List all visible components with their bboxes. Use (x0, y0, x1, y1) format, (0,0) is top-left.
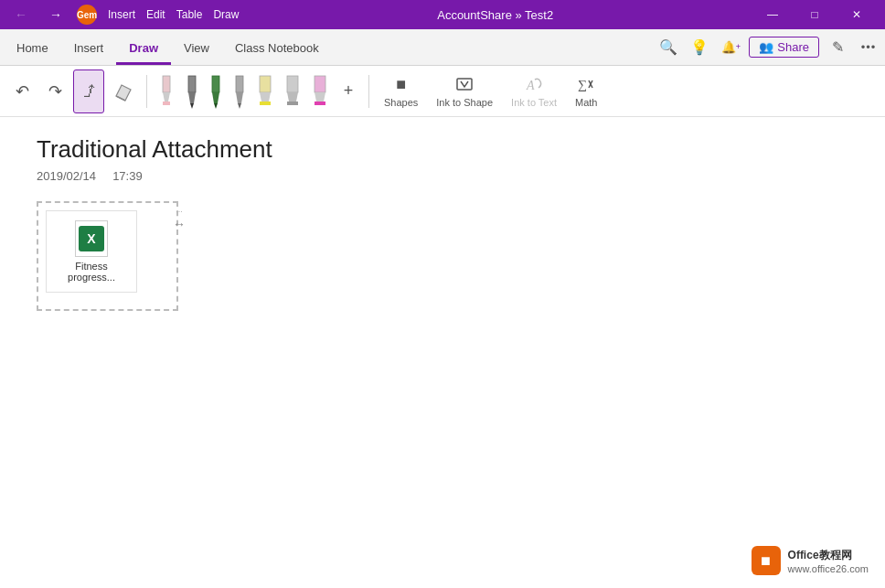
svg-rect-16 (260, 102, 271, 105)
pen-icon-7 (310, 74, 330, 109)
time-value: 17:39 (112, 169, 143, 183)
ink-to-text-tool[interactable]: A Ink to Text (504, 69, 564, 113)
pen-tool-2[interactable] (182, 72, 202, 111)
svg-rect-2 (163, 76, 170, 92)
tab-home[interactable]: Home (4, 36, 61, 65)
search-icon[interactable]: 🔍 (656, 34, 681, 59)
pen-mode-icon[interactable]: ✎ (825, 34, 850, 59)
add-pen-button[interactable]: + (336, 79, 361, 104)
gem-button[interactable]: Gem (77, 5, 97, 25)
svg-rect-5 (188, 76, 196, 92)
attachment-container: ··· ↔ X Fitness progress... (37, 201, 178, 311)
watermark-text: Office教程网 www.office26.com (788, 548, 869, 574)
redo-icon: ↷ (48, 81, 62, 102)
svg-marker-3 (163, 92, 170, 102)
ink-to-shape-label: Ink to Shape (436, 97, 493, 108)
bell-icon[interactable]: 🔔+ (718, 34, 743, 59)
pen-tool-4[interactable] (229, 72, 250, 111)
pen-icon-3 (208, 74, 224, 109)
lightbulb-icon[interactable]: 💡 (687, 34, 712, 59)
pen-tool-6[interactable] (281, 72, 304, 111)
svg-marker-6 (188, 92, 196, 103)
resize-handle[interactable]: ··· ↔ (173, 207, 186, 231)
excel-file-icon: X (75, 220, 108, 257)
svg-marker-10 (214, 103, 218, 109)
page-title: Traditional Attachment (37, 135, 848, 164)
undo-button[interactable]: ↶ (7, 69, 37, 113)
eraser-tool[interactable] (108, 69, 139, 113)
svg-rect-14 (260, 76, 271, 92)
separator-1 (146, 75, 147, 108)
math-label: Math (575, 97, 597, 108)
svg-marker-0 (116, 85, 131, 101)
forward-button[interactable]: → (42, 0, 69, 29)
shapes-icon: ■ (396, 75, 406, 94)
content-area: Traditional Attachment 2019/02/14 17:39 … (0, 117, 885, 588)
ink-to-text-icon: A (524, 74, 544, 94)
close-button[interactable]: ✕ (836, 0, 878, 29)
more-options-icon[interactable]: ••• (856, 34, 881, 59)
svg-marker-12 (236, 92, 243, 103)
pen-tool-7[interactable] (308, 72, 332, 111)
tab-view[interactable]: View (171, 36, 222, 65)
title-menu: Insert Edit Table Draw (108, 8, 239, 21)
svg-marker-15 (260, 92, 271, 102)
title-menu-table[interactable]: Table (176, 8, 203, 21)
maximize-button[interactable]: □ (794, 0, 836, 29)
ink-to-text-label: Ink to Text (511, 97, 557, 108)
shapes-tool[interactable]: ■ Shapes (377, 69, 425, 113)
tab-class-notebook[interactable]: Class Notebook (222, 36, 332, 65)
title-bar: ← → Gem Insert Edit Table Draw AccountSh… (0, 0, 885, 29)
file-attachment[interactable]: X Fitness progress... (46, 210, 137, 293)
share-button[interactable]: 👥 Share (749, 37, 819, 58)
pen-icon-1 (156, 74, 176, 109)
title-menu-insert[interactable]: Insert (108, 8, 135, 21)
date-value: 2019/02/14 (37, 169, 96, 183)
svg-marker-7 (190, 103, 194, 109)
svg-rect-22 (315, 102, 325, 105)
svg-marker-13 (238, 103, 241, 109)
office-logo: ■ (752, 546, 781, 575)
file-name-label: Fitness progress... (54, 261, 129, 283)
svg-rect-8 (212, 76, 219, 92)
lasso-tool[interactable]: ⭜ (73, 69, 104, 113)
undo-icon: ↶ (16, 81, 29, 102)
pen-tool-3[interactable] (206, 72, 226, 111)
back-button[interactable]: ← (7, 0, 35, 29)
pen-icon-4 (231, 74, 248, 109)
minimize-button[interactable]: — (752, 0, 794, 29)
pen-icon-5 (255, 74, 275, 109)
svg-rect-11 (236, 76, 243, 92)
pen-icon-2 (184, 74, 200, 109)
tab-draw[interactable]: Draw (116, 36, 171, 65)
tab-insert[interactable]: Insert (61, 36, 117, 65)
svg-rect-19 (287, 102, 298, 105)
title-menu-edit[interactable]: Edit (146, 8, 165, 21)
ribbon-tabs: Home Insert Draw View Class Notebook 🔍 💡… (0, 29, 885, 66)
pen-icon-6 (283, 74, 303, 109)
page-date: 2019/02/14 17:39 (37, 169, 848, 183)
svg-text:∑: ∑ (578, 78, 587, 91)
shapes-label: Shapes (384, 97, 418, 108)
pen-tool-5[interactable] (253, 72, 277, 111)
title-menu-draw[interactable]: Draw (213, 8, 239, 21)
svg-marker-9 (212, 92, 219, 103)
share-label: Share (777, 40, 809, 54)
eraser-icon (113, 81, 133, 102)
svg-marker-21 (315, 92, 325, 102)
plus-icon: + (344, 81, 354, 101)
pen-tool-1[interactable] (155, 72, 178, 111)
svg-text:A: A (526, 79, 535, 92)
redo-button[interactable]: ↷ (40, 69, 69, 113)
svg-marker-18 (287, 92, 298, 102)
math-tool[interactable]: ∑ Math (568, 69, 604, 113)
svg-rect-17 (287, 76, 298, 92)
math-icon: ∑ (576, 74, 596, 94)
ink-to-shape-tool[interactable]: Ink to Shape (429, 69, 500, 113)
watermark: ■ Office教程网 www.office26.com (744, 542, 876, 579)
share-icon: 👥 (759, 40, 773, 54)
lasso-icon: ⭜ (80, 80, 98, 102)
svg-rect-20 (315, 76, 325, 92)
ink-to-shape-icon (454, 74, 474, 94)
window-title: AccountShare » Test2 (239, 8, 752, 22)
